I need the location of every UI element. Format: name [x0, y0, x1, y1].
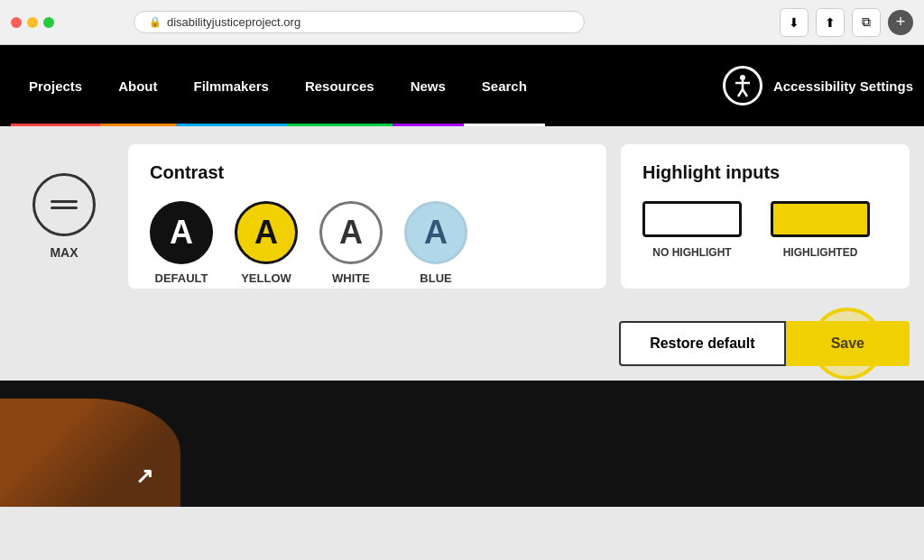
restore-default-button[interactable]: Restore default: [619, 321, 785, 366]
nav-underline-search: [464, 124, 545, 126]
highlight-options-list: NO HIGHLIGHT HIGHLIGHTED: [642, 201, 888, 259]
download-button[interactable]: ⬇: [780, 8, 808, 37]
highlighted-label: HIGHLIGHTED: [783, 246, 858, 259]
contrast-options-list: A DEFAULT A YELLOW A WHITE A BLUE: [150, 201, 585, 285]
contrast-option-default[interactable]: A DEFAULT: [150, 201, 213, 285]
add-tab-button[interactable]: +: [888, 10, 913, 35]
nav-item-about[interactable]: About: [100, 45, 175, 126]
contrast-title: Contrast: [150, 162, 585, 183]
accessibility-icon: [723, 66, 762, 106]
main-content-area: MAX Contrast A DEFAULT A YELLOW A WHITE …: [0, 126, 924, 307]
contrast-option-yellow[interactable]: A YELLOW: [235, 201, 298, 285]
nav-item-resources[interactable]: Resources: [287, 45, 393, 126]
nav-underline-resources: [287, 124, 393, 126]
contrast-blue-icon: A: [404, 201, 467, 264]
bottom-section: ↗ bilities: [0, 381, 924, 507]
browser-window-controls: [11, 17, 54, 28]
contrast-panel: Contrast A DEFAULT A YELLOW A WHITE A BL…: [128, 144, 606, 289]
nav-item-projects[interactable]: Projects: [11, 45, 100, 126]
contrast-white-icon: A: [319, 201, 383, 264]
svg-point-0: [740, 75, 745, 80]
lock-icon: 🔒: [149, 16, 162, 28]
svg-line-3: [738, 89, 743, 96]
max-icon: [32, 173, 96, 236]
highlighted-box: [771, 201, 870, 237]
url-text: disabilityjusticeproject.org: [167, 15, 300, 29]
nav-item-news[interactable]: News: [393, 45, 464, 126]
max-bar-bottom: [51, 207, 78, 209]
max-contrast-panel[interactable]: MAX: [14, 144, 114, 289]
nav-items-list: Projects About Filmmakers Resources News…: [11, 45, 545, 126]
contrast-default-label: DEFAULT: [155, 271, 208, 285]
action-buttons-area: Restore default Save: [0, 307, 924, 381]
nav-underline-projects: [11, 124, 100, 126]
nav-underline-filmmakers: [176, 124, 287, 126]
contrast-option-blue[interactable]: A BLUE: [404, 201, 467, 285]
bottom-hero-image: [0, 399, 180, 507]
share-button[interactable]: ⬆: [816, 8, 845, 37]
minimize-window-button[interactable]: [27, 17, 38, 28]
accessibility-settings-label: Accessibility Settings: [773, 78, 913, 94]
navigation-bar: Projects About Filmmakers Resources News…: [0, 45, 924, 126]
browser-chrome: 🔒 disabilityjusticeproject.org ⬇ ⬆ ⧉ +: [0, 0, 924, 45]
nav-item-filmmakers[interactable]: Filmmakers: [176, 45, 287, 126]
highlighted-option[interactable]: HIGHLIGHTED: [771, 201, 870, 259]
contrast-blue-label: BLUE: [420, 271, 451, 285]
no-highlight-label: NO HIGHLIGHT: [652, 246, 731, 259]
contrast-white-label: WHITE: [332, 271, 370, 285]
duplicate-button[interactable]: ⧉: [852, 8, 881, 37]
contrast-yellow-label: YELLOW: [241, 271, 291, 285]
contrast-default-icon: A: [150, 201, 213, 264]
highlight-inputs-title: Highlight inputs: [642, 162, 888, 183]
contrast-yellow-icon: A: [235, 201, 298, 264]
bottom-arrow-icon: ↗: [135, 464, 153, 489]
close-window-button[interactable]: [11, 17, 22, 28]
max-label: MAX: [50, 245, 78, 260]
save-button[interactable]: Save: [786, 321, 910, 366]
save-button-wrapper: Save: [786, 321, 910, 366]
nav-underline-about: [100, 124, 175, 126]
nav-underline-news: [393, 124, 464, 126]
max-bar-top: [51, 200, 78, 203]
address-bar[interactable]: 🔒 disabilityjusticeproject.org: [134, 11, 585, 33]
no-highlight-option[interactable]: NO HIGHLIGHT: [642, 201, 742, 259]
nav-item-search[interactable]: Search: [464, 45, 545, 126]
browser-action-buttons: ⬇ ⬆ ⧉ +: [780, 8, 913, 37]
nav-accessibility-section[interactable]: Accessibility Settings: [723, 66, 913, 106]
svg-line-4: [743, 89, 747, 96]
maximize-window-button[interactable]: [43, 17, 54, 28]
highlight-inputs-panel: Highlight inputs NO HIGHLIGHT HIGHLIGHTE…: [621, 144, 910, 289]
contrast-option-white[interactable]: A WHITE: [319, 201, 383, 285]
no-highlight-box: [642, 201, 742, 237]
